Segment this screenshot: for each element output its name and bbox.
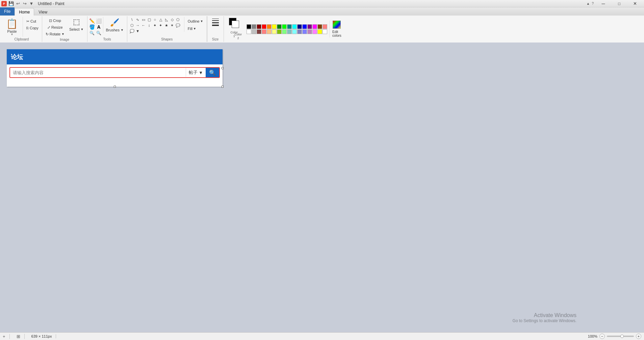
shape-arrow-4[interactable]: ✦ [152,23,158,28]
palette-color[interactable] [302,29,307,34]
status-dimensions: 639 × 111px [31,334,56,338]
palette-color[interactable] [267,29,272,34]
brushes-button[interactable]: Brushes ▼ [105,27,125,33]
help-btn[interactable]: ? [592,2,594,5]
canvas-resize-bottom[interactable] [114,86,116,88]
cut-button[interactable]: ✂ Cut [25,18,40,24]
copy-button[interactable]: ⎘ Copy [25,25,40,31]
select-button[interactable]: Select ▼ [68,26,85,32]
shape-arrow-r[interactable]: → [135,23,140,28]
shape-diamond[interactable]: ◇ [170,17,175,22]
palette-color[interactable] [247,24,251,29]
shape-ellipse[interactable]: ○ [152,17,158,22]
shape-star5[interactable]: ★ [164,23,169,28]
palette-color[interactable] [292,29,297,34]
edit-colors-btn[interactable]: Editcolors [332,30,341,37]
palette-color[interactable] [323,29,327,34]
palette-color[interactable] [317,29,322,34]
palette-color[interactable] [272,24,277,29]
shape-hexagon[interactable]: ⬡ [129,23,135,28]
shape-arrow-ud[interactable]: ↕ [147,23,152,28]
shape-curve[interactable]: ∿ [135,17,140,22]
palette-color[interactable] [312,29,317,34]
canvas-resize-corner[interactable] [222,86,224,88]
rotate-button[interactable]: ↻ Rotate ▼ [44,31,66,37]
text-tool[interactable]: A [96,24,102,30]
palette-color[interactable] [272,29,277,34]
palette-color[interactable] [252,29,256,34]
palette-color[interactable] [262,24,266,29]
palette-color[interactable] [287,29,292,34]
shape-triangle[interactable]: △ [158,17,163,22]
palette-color[interactable] [307,29,312,34]
canvas-resize-right[interactable] [222,67,224,69]
zoom-in-btn[interactable]: + [636,334,641,339]
canvas-area[interactable]: 论坛 帖子 ▼ 🔍 [0,42,644,332]
paste-button[interactable]: 📋 Paste [3,17,21,35]
close-button[interactable]: ✕ [627,0,643,7]
shape-round-rect[interactable]: ▢ [147,17,152,22]
resize-button[interactable]: ⤢ Resize [46,24,64,30]
magnify-tool[interactable]: 🔍 [96,30,102,36]
palette-color[interactable] [252,24,256,29]
palette-color[interactable] [247,29,251,34]
forum-search-btn[interactable]: 🔍 [206,67,219,78]
fill-tool[interactable]: 🪣 [89,24,95,30]
tab-file[interactable]: File [0,7,15,16]
palette-color[interactable] [262,29,266,34]
shape-callout2[interactable]: 💭 [129,28,135,34]
crop-button[interactable]: ⊡ Crop [48,18,62,24]
customize-quick-access[interactable]: ▼ [28,1,34,7]
palette-color[interactable] [287,24,292,29]
fill-dropdown[interactable]: Fill ▼ [186,26,205,32]
tab-home[interactable]: Home [15,8,34,16]
outline-dropdown[interactable]: Outline ▼ [186,18,205,24]
brushes-icon-large[interactable]: 🖌️ [110,18,119,27]
add-icon[interactable]: + [3,334,5,339]
eraser-tool[interactable]: ⬜ [96,18,102,24]
shape-arrow-l[interactable]: ← [141,23,146,28]
shape-pentagon[interactable]: ⬠ [175,17,181,22]
color2-preview[interactable] [232,21,239,28]
forum-search-input[interactable] [10,69,186,77]
palette-color[interactable] [277,29,282,34]
palette-color[interactable] [297,24,302,29]
palette-color[interactable] [267,24,272,29]
quick-undo-btn[interactable]: ↩ [15,1,21,7]
palette-color[interactable] [323,24,327,29]
palette-color[interactable] [282,24,287,29]
palette-color[interactable] [297,29,302,34]
eyedropper-tool[interactable]: 🔍 [89,30,95,36]
palette-color[interactable] [277,24,282,29]
grid-icon[interactable]: ⊞ [17,334,20,339]
quick-save-btn[interactable]: 💾 [8,1,14,7]
palette-color[interactable] [292,24,297,29]
palette-color[interactable] [302,24,307,29]
palette-color[interactable] [317,24,322,29]
forum-search-bar[interactable]: 帖子 ▼ 🔍 [9,67,220,78]
shape-line[interactable]: \ [129,17,135,22]
forum-search-dropdown[interactable]: 帖子 ▼ [186,68,206,77]
ribbon-collapse[interactable]: ▲ [587,2,590,5]
pencil-tool[interactable]: ✏️ [89,18,95,24]
palette-color[interactable] [257,29,261,34]
quick-redo-btn[interactable]: ↪ [22,1,28,7]
forum-title: 论坛 [11,53,23,61]
shape-rect[interactable]: ▭ [141,17,146,22]
select-icon-large[interactable]: ⬚ [73,18,80,26]
minimize-button[interactable]: ─ [596,0,611,7]
shape-star6[interactable]: ✶ [170,23,175,28]
zoom-out-btn[interactable]: − [599,334,605,339]
maximize-button[interactable]: □ [612,0,627,7]
palette-color[interactable] [257,24,261,29]
palette-color[interactable] [282,29,287,34]
shape-more[interactable]: ▼ [135,28,140,34]
palette-color[interactable] [312,24,317,29]
tab-view[interactable]: View [34,8,52,16]
shape-callout[interactable]: 💬 [175,23,181,28]
shape-right-triangle[interactable]: ◺ [164,17,169,22]
edit-colors-swatch[interactable] [333,21,341,29]
shape-star4[interactable]: ✦ [158,23,163,28]
zoom-slider[interactable] [607,336,634,337]
palette-color[interactable] [307,24,312,29]
